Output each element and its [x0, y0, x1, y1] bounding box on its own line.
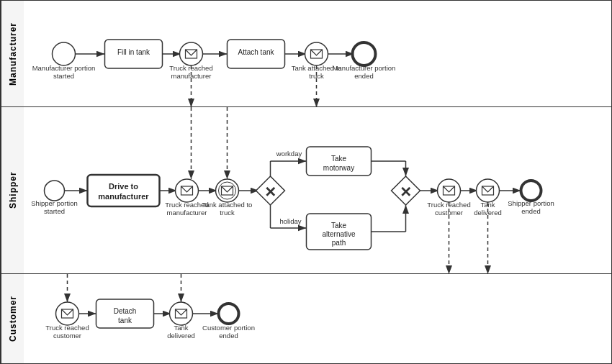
- m-start-label2: started: [53, 72, 74, 80]
- c-msg2-label2: delivered: [167, 332, 195, 340]
- s-gw2-x: ✕: [400, 184, 412, 200]
- manufacturer-lane: Manufacturer Manufacturer portion starte…: [1, 1, 611, 107]
- manufacturer-label: Manufacturer: [1, 1, 24, 106]
- s-drive-task: [88, 175, 160, 206]
- m-end-label1: Manufacturer portion: [333, 64, 396, 72]
- s-alt-text1: Take: [331, 222, 347, 229]
- c-detach-text1: Detach: [114, 307, 137, 315]
- s-motorway-text2: motorway: [323, 164, 354, 172]
- s-start-label2: started: [44, 207, 65, 215]
- customer-svg: Truck reached customer Detach tank Tank …: [24, 274, 611, 363]
- shipper-svg: Shipper portion started Drive to manufac…: [24, 107, 611, 274]
- manufacturer-svg: Manufacturer portion started Fill in tan…: [24, 1, 611, 107]
- c-msg1-label2: customer: [53, 332, 81, 340]
- c-msg2-label1: Tank: [174, 324, 188, 332]
- customer-label: Customer: [1, 274, 24, 363]
- shipper-label: Shipper: [1, 107, 24, 273]
- m-attach-text: Attach tank: [238, 48, 274, 56]
- c-end-event: [219, 304, 239, 324]
- m-end-label2: ended: [354, 72, 373, 80]
- shipper-lane: Shipper Shipper portion started Drive to…: [1, 107, 611, 274]
- c-detach-text2: tank: [118, 317, 132, 324]
- s-alt-text2: alternative: [322, 230, 356, 238]
- s-msg2-label1: Tank attached to: [202, 201, 253, 209]
- c-end-label2: ended: [219, 332, 238, 340]
- c-end-label1: Customer portion: [202, 324, 255, 332]
- s-gw1-x: ✕: [264, 184, 276, 200]
- s-holiday-label: holiday: [279, 217, 301, 225]
- s-start-event: [45, 181, 65, 201]
- s-workday-label: workday: [276, 150, 302, 158]
- s-motorway-text1: Take: [331, 155, 347, 163]
- s-end-label2: ended: [521, 207, 540, 215]
- c-msg1-label1: Truck reached: [45, 324, 89, 332]
- s-drive-text1: Drive to: [109, 182, 138, 191]
- manufacturer-content: Manufacturer portion started Fill in tan…: [24, 1, 611, 107]
- m-start-label: Manufacturer portion: [32, 64, 96, 72]
- s-end-event: [521, 181, 541, 201]
- m-end-event: [353, 42, 376, 65]
- s-msg1-label2: manufacturer: [167, 209, 207, 217]
- customer-lane: Customer Truck reached customer Detach t…: [1, 274, 611, 363]
- m-start-event: [53, 42, 76, 65]
- s-end-label1: Shipper portion: [508, 199, 554, 207]
- customer-content: Truck reached customer Detach tank Tank …: [24, 274, 611, 363]
- m-fill-text: Fill in tank: [117, 48, 150, 56]
- s-alt-text3: path: [332, 239, 346, 247]
- s-start-label1: Shipper portion: [31, 199, 77, 207]
- s-msg2-label2: truck: [220, 209, 235, 217]
- s-drive-text2: manufacturer: [98, 192, 149, 201]
- shipper-content: Shipper portion started Drive to manufac…: [24, 107, 611, 274]
- bpmn-diagram: Manufacturer Manufacturer portion starte…: [0, 0, 612, 364]
